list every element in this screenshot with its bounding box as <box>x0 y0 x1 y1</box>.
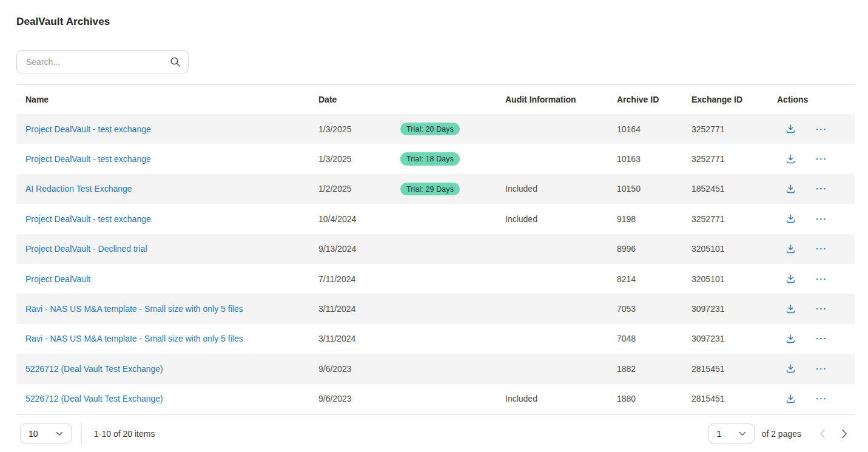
archive-id: 1882 <box>608 364 682 374</box>
more-actions-button[interactable]: ⋯ <box>814 184 829 193</box>
archive-date: 9/13/2024 <box>309 244 391 254</box>
exchange-id: 2815451 <box>682 394 768 403</box>
archive-name-link[interactable]: Project DealVault - test exchange <box>25 154 151 164</box>
chevron-down-icon <box>739 431 746 436</box>
download-button[interactable] <box>784 153 797 166</box>
table-header-row: Name Date Audit Information Archive ID E… <box>16 85 855 114</box>
audit-information: Included <box>496 394 608 403</box>
archive-name-link[interactable]: Project DealVault - Declined trial <box>25 244 147 254</box>
exchange-id: 3205101 <box>682 244 768 254</box>
archive-id: 8996 <box>608 244 682 254</box>
archive-id: 10163 <box>608 154 682 164</box>
column-header-actions: Actions <box>768 95 855 104</box>
archive-name-link[interactable]: Ravi - NAS US M&A template - Small size … <box>25 334 243 343</box>
archive-name-link[interactable]: 5226712 (Deal Vault Test Exchange) <box>25 364 163 374</box>
pagination-bar: 10 1-10 of 20 items 1 of 2 pages <box>16 414 855 452</box>
archive-id: 9198 <box>608 214 682 224</box>
download-button[interactable] <box>784 303 797 315</box>
table-row: Project DealVault 7/11/2024 8214 3205101… <box>16 264 855 294</box>
column-header-date: Date <box>309 95 391 104</box>
table-row: 5226712 (Deal Vault Test Exchange) 9/6/2… <box>16 384 855 414</box>
download-icon <box>786 244 796 254</box>
download-button[interactable] <box>784 393 797 405</box>
ellipsis-icon: ⋯ <box>815 276 827 282</box>
download-button[interactable] <box>784 272 797 285</box>
search-box <box>16 50 189 73</box>
more-actions-button[interactable]: ⋯ <box>814 125 829 133</box>
download-button[interactable] <box>784 212 797 225</box>
download-button[interactable] <box>784 243 797 255</box>
previous-page-button[interactable] <box>817 427 828 441</box>
archive-date: 9/6/2023 <box>309 364 391 374</box>
archive-id: 10164 <box>608 124 682 134</box>
archive-id: 10150 <box>608 184 682 194</box>
archive-name-link[interactable]: Project DealVault - test exchange <box>25 214 151 224</box>
search-icon <box>170 56 181 67</box>
exchange-id: 3252771 <box>682 214 768 224</box>
more-actions-button[interactable]: ⋯ <box>814 275 829 283</box>
archive-name-link[interactable]: Project DealVault - test exchange <box>25 124 151 134</box>
download-button[interactable] <box>784 332 797 345</box>
archive-date: 10/4/2024 <box>309 214 391 224</box>
more-actions-button[interactable]: ⋯ <box>814 305 829 313</box>
archives-table: Name Date Audit Information Archive ID E… <box>16 84 855 414</box>
more-actions-button[interactable]: ⋯ <box>814 155 829 163</box>
chevron-right-icon <box>841 429 847 439</box>
more-actions-button[interactable]: ⋯ <box>814 394 829 403</box>
ellipsis-icon: ⋯ <box>815 186 827 192</box>
ellipsis-icon: ⋯ <box>815 396 827 402</box>
page-number-select[interactable]: 1 <box>708 423 755 444</box>
archive-date: 1/3/2025 <box>309 124 391 134</box>
archive-name-link[interactable]: Project DealVault <box>25 274 90 284</box>
archive-date: 1/3/2025 <box>309 154 391 164</box>
archive-date: 1/2/2025 <box>309 184 391 194</box>
archive-id: 1880 <box>608 394 682 403</box>
archive-name-link[interactable]: AI Redaction Test Exchange <box>25 184 132 194</box>
archive-name-link[interactable]: 5226712 (Deal Vault Test Exchange) <box>25 394 163 403</box>
trial-badge: Trial: 29 Days <box>400 183 460 196</box>
exchange-id: 3097231 <box>682 304 768 314</box>
archive-name-link[interactable]: Ravi - NAS US M&A template - Small size … <box>25 304 243 314</box>
download-icon <box>786 334 796 344</box>
download-button[interactable] <box>784 183 797 195</box>
download-icon <box>786 363 796 374</box>
more-actions-button[interactable]: ⋯ <box>814 365 829 373</box>
exchange-id: 3097231 <box>682 334 768 343</box>
page-size-select[interactable]: 10 <box>20 423 72 444</box>
search-button[interactable] <box>166 52 185 72</box>
archive-date: 3/11/2024 <box>309 304 391 314</box>
search-input[interactable] <box>16 50 189 73</box>
ellipsis-icon: ⋯ <box>815 126 827 132</box>
table-row: Project DealVault - test exchange 1/3/20… <box>16 144 855 174</box>
table-row: 5226712 (Deal Vault Test Exchange) 9/6/2… <box>16 354 855 383</box>
table-row: Ravi - NAS US M&A template - Small size … <box>16 294 855 323</box>
trial-badge: Trial: 20 Days <box>400 123 460 136</box>
dealvault-archives-page: DealVault Archives Name Date Audit Infor… <box>0 0 868 452</box>
more-actions-button[interactable]: ⋯ <box>814 215 829 223</box>
items-range-text: 1-10 of 20 items <box>94 429 155 439</box>
ellipsis-icon: ⋯ <box>815 336 827 342</box>
total-pages-text: of 2 pages <box>762 429 801 439</box>
ellipsis-icon: ⋯ <box>815 246 827 252</box>
trial-badge: Trial: 18 Days <box>400 152 460 166</box>
chevron-down-icon <box>56 431 63 436</box>
archive-date: 7/11/2024 <box>309 274 391 284</box>
more-actions-button[interactable]: ⋯ <box>814 245 829 253</box>
download-icon <box>786 214 796 224</box>
exchange-id: 2815451 <box>682 364 768 374</box>
archive-id: 7048 <box>608 334 682 343</box>
next-page-button[interactable] <box>839 427 850 441</box>
download-button[interactable] <box>784 362 797 375</box>
archive-date: 9/6/2023 <box>309 394 391 403</box>
download-icon <box>786 124 796 134</box>
download-icon <box>786 184 796 194</box>
column-header-archive-id: Archive ID <box>608 95 682 104</box>
download-button[interactable] <box>784 123 797 135</box>
column-header-name: Name <box>16 95 309 104</box>
column-header-audit-information: Audit Information <box>496 95 608 104</box>
archive-id: 7053 <box>608 304 682 314</box>
table-row: Project DealVault - test exchange 1/3/20… <box>16 114 855 144</box>
table-row: Project DealVault - test exchange 10/4/2… <box>16 204 855 234</box>
more-actions-button[interactable]: ⋯ <box>814 334 829 343</box>
archive-date: 3/11/2024 <box>309 334 391 343</box>
